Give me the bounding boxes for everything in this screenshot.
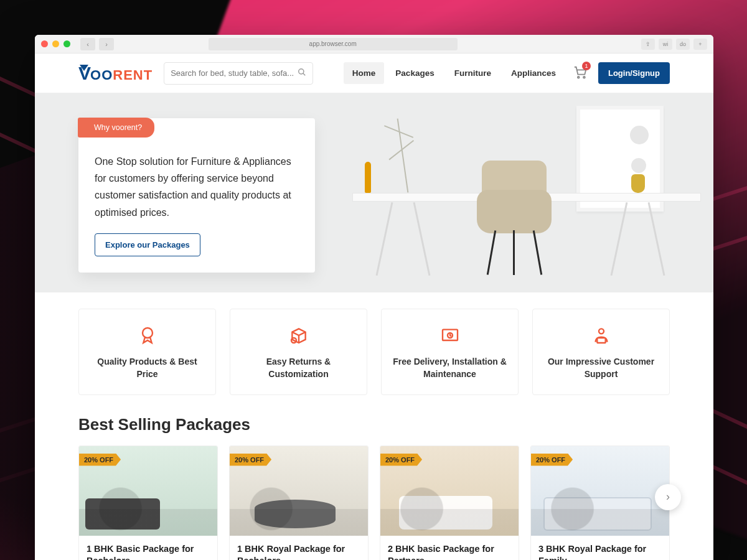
box-return-icon <box>238 325 359 347</box>
browser-chrome: ‹ › app.browser.com ⇪ wi do + <box>35 35 713 54</box>
brand-logo[interactable]: V OO RENT <box>78 63 153 84</box>
address-bar[interactable]: app.browser.com <box>209 38 458 50</box>
carousel-next-button[interactable]: › <box>655 484 681 510</box>
login-signup-button[interactable]: Login/Signup <box>598 62 670 84</box>
feature-support: Our Impressive Customer Support <box>532 309 670 395</box>
hero-illustration <box>327 93 713 292</box>
window-minimize-dot[interactable] <box>52 40 59 47</box>
cart-button[interactable]: 1 <box>573 65 587 82</box>
new-tab-button[interactable]: + <box>693 39 707 50</box>
chrome-btn-2[interactable]: do <box>676 39 690 50</box>
main-nav: Home Packages Furniture Appliances 1 Log… <box>344 62 670 84</box>
hero-body: One Stop solution for Furniture & Applia… <box>95 153 299 221</box>
hero-card: Why voorent? One Stop solution for Furni… <box>78 118 315 273</box>
package-image: 20% OFF <box>79 446 217 536</box>
window-zoom-dot[interactable] <box>63 40 70 47</box>
feature-label: Easy Returns & Customization <box>238 355 359 381</box>
badge-icon <box>87 325 208 347</box>
package-title: 3 BHK Royal Package for Family <box>531 536 669 560</box>
package-card[interactable]: 20% OFF 2 BHK basic Package for Partners <box>380 446 519 560</box>
browser-window: ‹ › app.browser.com ⇪ wi do + V OO RENT <box>35 35 713 560</box>
svg-point-4 <box>143 328 153 338</box>
svg-point-3 <box>583 76 585 78</box>
package-image: 20% OFF <box>230 446 368 536</box>
nav-packages[interactable]: Packages <box>387 62 443 84</box>
svg-point-2 <box>578 76 580 78</box>
feature-quality: Quality Products & Best Price <box>78 309 216 395</box>
discount-badge: 20% OFF <box>79 454 121 466</box>
search-input[interactable] <box>171 68 298 78</box>
nav-appliances[interactable]: Appliances <box>502 62 565 84</box>
svg-line-1 <box>303 73 306 76</box>
svg-rect-9 <box>597 338 605 343</box>
hero-tag: Why voorent? <box>78 118 154 138</box>
package-carousel: 20% OFF 1 BHK Basic Package for Bachelor… <box>78 446 670 560</box>
search-icon[interactable] <box>298 68 306 78</box>
package-image: 20% OFF <box>531 446 669 536</box>
delivery-icon <box>389 325 510 347</box>
package-title: 2 BHK basic Package for Partners <box>380 536 519 560</box>
cart-badge: 1 <box>582 62 591 70</box>
site-header: V OO RENT Home Packages Furniture Applia… <box>35 54 713 93</box>
feature-label: Our Impressive Customer Support <box>540 355 662 381</box>
logo-letter-v: V <box>78 63 90 84</box>
discount-badge: 20% OFF <box>380 454 422 466</box>
logo-letters-oo: OO <box>90 67 113 83</box>
logo-letters-rent: RENT <box>113 67 153 83</box>
share-button[interactable]: ⇪ <box>641 39 655 50</box>
hero-section: Why voorent? One Stop solution for Furni… <box>35 93 713 292</box>
feature-returns: Easy Returns & Customization <box>230 309 367 395</box>
svg-point-8 <box>599 329 604 334</box>
svg-point-0 <box>299 69 304 74</box>
discount-badge: 20% OFF <box>230 454 271 466</box>
window-close-dot[interactable] <box>41 40 48 47</box>
back-button[interactable]: ‹ <box>80 38 95 50</box>
package-image: 20% OFF <box>380 446 519 536</box>
package-card[interactable]: 20% OFF 3 BHK Royal Package for Family <box>530 446 670 560</box>
chrome-btn-1[interactable]: wi <box>659 39 672 50</box>
package-card[interactable]: 20% OFF 1 BHK Royal Package for Bachelor… <box>229 446 369 560</box>
package-title: 1 BHK Basic Package for Bachelors <box>79 536 217 560</box>
nav-home[interactable]: Home <box>344 62 385 84</box>
search-box[interactable] <box>164 62 313 85</box>
discount-badge: 20% OFF <box>531 454 573 466</box>
explore-packages-button[interactable]: Explore our Packages <box>95 233 200 256</box>
support-icon <box>540 325 662 347</box>
feature-tiles: Quality Products & Best Price Easy Retur… <box>35 292 713 411</box>
best-selling-heading: Best Selling Packages <box>78 415 670 434</box>
best-selling-section: Best Selling Packages 20% OFF 1 BHK Basi… <box>35 411 713 560</box>
feature-delivery: Free Delivery, Installation & Maintenanc… <box>381 309 519 395</box>
feature-label: Quality Products & Best Price <box>87 355 208 381</box>
forward-button[interactable]: › <box>99 38 114 50</box>
nav-furniture[interactable]: Furniture <box>446 62 500 84</box>
feature-label: Free Delivery, Installation & Maintenanc… <box>389 355 510 381</box>
package-title: 1 BHK Royal Package for Bachelors <box>230 536 368 560</box>
package-card[interactable]: 20% OFF 1 BHK Basic Package for Bachelor… <box>78 446 218 560</box>
